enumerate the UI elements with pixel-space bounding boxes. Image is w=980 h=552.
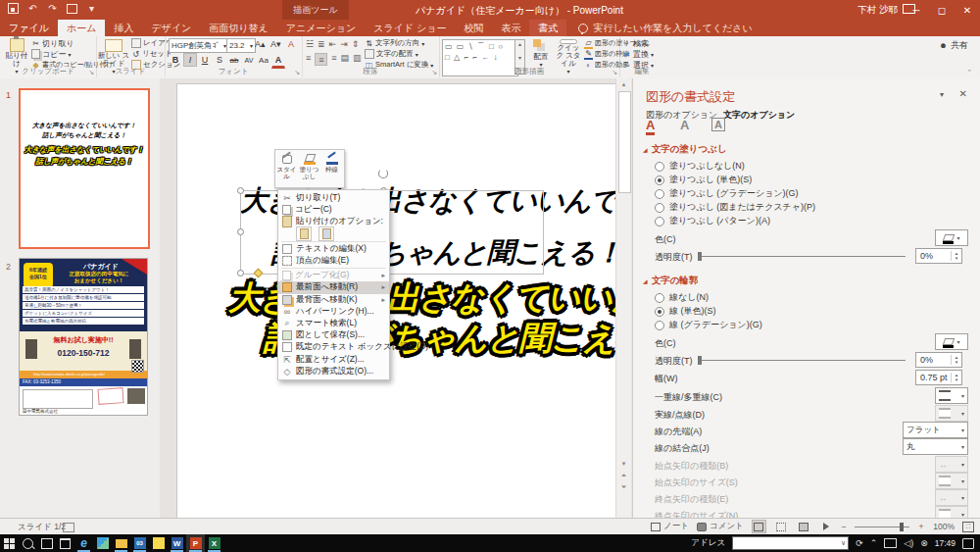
compound-type-dropdown[interactable]: ▾ [935, 387, 968, 404]
powerpoint-button[interactable]: P [186, 534, 205, 552]
tray-app-icon[interactable]: ⊗ [920, 538, 928, 548]
menu-item-edit-points[interactable]: 頂点の編集(E) [278, 255, 389, 267]
normal-view-icon[interactable] [752, 520, 766, 533]
paste-keep-formatting-button[interactable] [296, 226, 312, 241]
copy-button[interactable]: コピー▾ [31, 49, 94, 59]
grow-font-icon[interactable]: A▴ [255, 39, 266, 49]
slide-1-thumbnail[interactable]: 大きな声を出さなくていいんです！ 話し声がちゃんと聞こえる！ 大きな声を出さなく… [19, 88, 150, 249]
internet-explorer-button[interactable]: e [74, 534, 93, 552]
shape-fill-button[interactable]: ▱図形の塗りつぶし [584, 38, 619, 48]
font-size-box[interactable]: 23.2▾ [226, 38, 256, 53]
align-right-icon[interactable]: ≡ [331, 53, 336, 66]
italic-button[interactable]: I [183, 53, 197, 67]
comments-button[interactable]: コメント [697, 521, 744, 532]
next-slide-icon[interactable]: ⏷ [616, 482, 631, 492]
character-spacing-button[interactable]: AV [242, 53, 256, 67]
fit-to-window-icon[interactable]: ⛶ [962, 522, 974, 532]
app-03-button[interactable]: 03 [130, 534, 149, 552]
shrink-font-icon[interactable]: A▾ [270, 39, 281, 49]
close-button[interactable]: ✕ [955, 0, 980, 20]
tell-me-box[interactable]: 実行したい作業を入力してください [578, 20, 752, 36]
task-view-button[interactable] [37, 534, 56, 552]
radio-pattern-fill[interactable]: 塗りつぶし (パターン)(A) [655, 215, 770, 227]
collapse-ribbon-icon[interactable]: ⌃ [966, 69, 972, 76]
address-input[interactable]: ∨ [732, 536, 849, 550]
resize-handle-top-left[interactable] [237, 187, 244, 194]
menu-item-send-to-back[interactable]: 最背面へ移動(K)▸ [278, 294, 389, 306]
previous-slide-icon[interactable]: ⏶ [616, 471, 631, 480]
increase-indent-icon[interactable]: ⇥ [340, 39, 348, 49]
menu-item-bring-to-front[interactable]: 最前面へ移動(R)▸ [278, 281, 389, 293]
replace-button[interactable]: ⇄置換▾ [622, 49, 663, 59]
reading-view-icon[interactable] [797, 520, 811, 533]
tab-text-options[interactable]: 文字のオプション [723, 109, 795, 122]
shadow-button[interactable]: S [213, 53, 226, 67]
menu-item-format-shape[interactable]: ◇図形の書式設定(O)... [278, 366, 389, 377]
tab-view[interactable]: 表示 [492, 20, 529, 36]
spinner-icon[interactable]: ▴▾ [951, 355, 961, 365]
section-text-outline[interactable]: ◢文字の輪郭 [643, 275, 698, 287]
line-transparency-value[interactable]: 0%▴▾ [915, 352, 962, 368]
underline-button[interactable]: U [198, 53, 212, 67]
menu-item-save-as-picture[interactable]: 図として保存(S)... [278, 329, 389, 341]
line-width-value[interactable]: 0.75 pt▴▾ [915, 370, 962, 385]
section-text-fill[interactable]: ◢文字の塗りつぶし [643, 143, 727, 156]
join-type-dropdown[interactable]: 丸▾ [903, 438, 968, 455]
bullets-icon[interactable]: ☱ [306, 39, 314, 49]
notes-button[interactable]: ノート [651, 521, 689, 532]
zoom-slider[interactable] [855, 527, 909, 527]
fill-color-button[interactable]: ▾ [935, 229, 968, 246]
volume-icon[interactable]: ◁) [904, 538, 913, 548]
menu-item-copy[interactable]: コピー(C) [278, 204, 389, 216]
maximize-button[interactable]: ◻ [929, 0, 955, 20]
refresh-icon[interactable]: ⟳ [856, 538, 863, 548]
spinner-icon[interactable]: ▴▾ [951, 251, 961, 261]
strikethrough-button[interactable]: ab [227, 53, 241, 67]
decrease-indent-icon[interactable]: ⇤ [329, 39, 337, 49]
pane-close-icon[interactable]: ✕ [959, 88, 967, 99]
menu-item-hyperlink[interactable]: ∞ハイパーリンク(H)... [278, 306, 389, 318]
excel-button[interactable]: X [205, 534, 223, 552]
change-case-button[interactable]: Aa [257, 53, 270, 67]
slide-2-thumbnail[interactable]: 6年連続 全国1位 パナガイド 正規取扱店の田中電気に おまかせください！ 高音… [19, 258, 148, 416]
tab-design[interactable]: デザイン [142, 20, 200, 36]
slideshow-view-icon[interactable] [819, 520, 834, 533]
tab-animations[interactable]: アニメーション [277, 20, 365, 36]
tab-file[interactable]: ファイル [0, 20, 58, 36]
photos-button[interactable] [93, 534, 112, 552]
layout-button[interactable]: レイアウト [131, 38, 165, 48]
line-spacing-icon[interactable]: ⇕ [352, 39, 360, 49]
clear-formatting-icon[interactable]: A [288, 39, 294, 49]
columns-icon[interactable]: ▥ [353, 53, 362, 66]
justify-icon[interactable]: ▤ [341, 53, 350, 66]
file-explorer-button[interactable] [112, 534, 130, 552]
font-name-box[interactable]: HGP創英角ｺﾞ▾ [169, 38, 229, 53]
zoom-out-icon[interactable]: − [842, 522, 847, 531]
start-button[interactable] [0, 534, 19, 552]
align-text-button[interactable]: 文字の配置▾ [365, 49, 439, 59]
tab-format[interactable]: 書式 [529, 20, 566, 36]
search-button[interactable] [19, 534, 37, 552]
slide-counter[interactable]: スライド 1/2 [18, 522, 66, 533]
menu-item-cut[interactable]: ✂切り取り(T) [278, 192, 389, 204]
minimize-button[interactable]: ─ [904, 0, 929, 20]
customize-qat-icon[interactable]: ▾ [86, 3, 97, 14]
cap-type-dropdown[interactable]: フラット▾ [903, 422, 968, 438]
shape-outline-button[interactable]: ✎図形の枠線 [584, 49, 619, 59]
textbox-icon[interactable]: A [711, 118, 725, 131]
vertical-scrollbar[interactable]: ▴ ▾ ⏶ ⏷ [615, 78, 631, 518]
align-center-icon[interactable]: ≡ [315, 53, 327, 66]
mini-style-button[interactable]: スタイル [275, 150, 298, 187]
radio-solid-line[interactable]: 線 (単色)(S) [655, 305, 716, 318]
radio-gradient-line[interactable]: 線 (グラデーション)(G) [655, 319, 762, 331]
hidden-icons-chevron[interactable]: ⌃ [870, 538, 878, 548]
paragraph-dialog-launcher[interactable]: ↘ [431, 69, 437, 76]
pane-options-icon[interactable]: ▾ [940, 90, 944, 99]
paste-picture-button[interactable] [318, 226, 334, 241]
clock[interactable]: 17:49 [935, 538, 956, 548]
menu-item-edit-text[interactable]: テキストの編集(X) [278, 243, 389, 255]
resize-handle-middle-left[interactable] [237, 228, 244, 235]
word-button[interactable]: W [168, 534, 186, 552]
menu-item-smart-lookup[interactable]: ⌕スマート検索(L) [278, 318, 389, 329]
drawing-dialog-launcher[interactable]: ↘ [612, 69, 617, 76]
